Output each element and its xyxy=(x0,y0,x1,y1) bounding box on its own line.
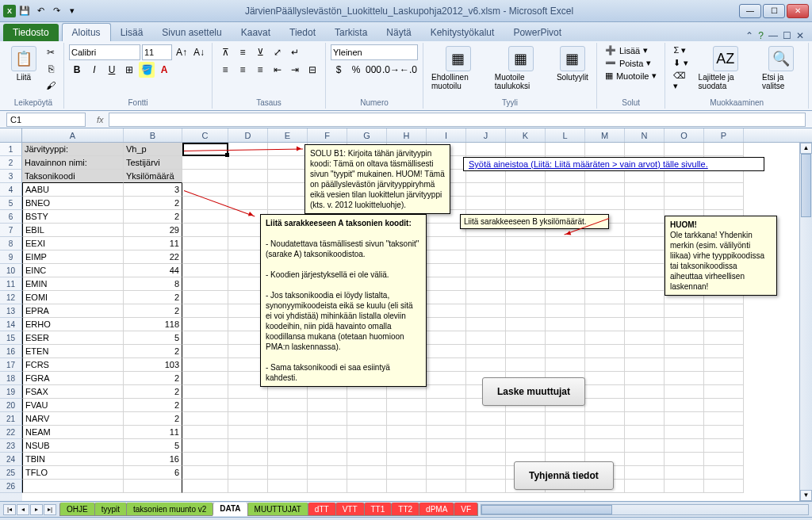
cell[interactable] xyxy=(625,399,665,412)
column-header[interactable]: A xyxy=(22,128,124,142)
cell[interactable] xyxy=(506,318,546,331)
close-button[interactable]: ✕ xyxy=(787,4,809,18)
cell[interactable] xyxy=(182,250,228,264)
cell[interactable] xyxy=(585,439,625,453)
tab-formulas[interactable]: Kaavat xyxy=(232,24,280,41)
cell[interactable]: TFLO xyxy=(22,466,124,480)
cell[interactable] xyxy=(427,426,466,439)
cell[interactable] xyxy=(506,291,546,304)
cell[interactable] xyxy=(625,277,665,291)
cell[interactable] xyxy=(427,358,466,372)
cell[interactable] xyxy=(546,143,585,156)
doc-restore-icon[interactable]: ☐ xyxy=(783,30,791,41)
row-header[interactable]: 7 xyxy=(0,224,22,237)
cell[interactable] xyxy=(625,412,665,426)
column-header[interactable]: I xyxy=(427,128,466,142)
decrease-decimal-icon[interactable]: ←.0 xyxy=(400,62,416,78)
prev-sheet-icon[interactable]: ◂ xyxy=(17,504,29,515)
row-header[interactable]: 13 xyxy=(0,304,22,318)
cell[interactable] xyxy=(466,291,506,304)
cell[interactable] xyxy=(585,197,625,210)
italic-button[interactable]: I xyxy=(86,62,102,78)
cell[interactable]: EOMI xyxy=(22,291,124,304)
cell-styles-button[interactable]: ▦ Solutyylit xyxy=(553,44,592,83)
paste-button[interactable]: 📋 Liitä xyxy=(8,44,40,83)
cell[interactable] xyxy=(466,480,506,493)
cell[interactable]: 29 xyxy=(124,224,182,237)
row-header[interactable]: 2 xyxy=(0,156,22,170)
border-icon[interactable]: ⊞ xyxy=(121,62,137,78)
row-header[interactable]: 10 xyxy=(0,264,22,277)
cell[interactable] xyxy=(427,453,466,466)
row-header[interactable]: 11 xyxy=(0,277,22,291)
cell[interactable] xyxy=(665,331,704,345)
cell[interactable] xyxy=(506,345,546,358)
row-header[interactable]: 26 xyxy=(0,480,22,493)
tab-powerpivot[interactable]: PowerPivot xyxy=(504,24,571,41)
cell[interactable] xyxy=(466,277,506,291)
cell[interactable]: FCRS xyxy=(22,358,124,372)
cell[interactable]: Yksilömäärä xyxy=(124,170,182,183)
first-sheet-icon[interactable]: |◂ xyxy=(3,504,16,515)
cell[interactable] xyxy=(546,250,585,264)
cell[interactable] xyxy=(625,210,665,224)
cell[interactable] xyxy=(228,480,268,493)
cell[interactable] xyxy=(387,466,427,480)
cell[interactable] xyxy=(546,170,585,183)
cell[interactable] xyxy=(506,170,546,183)
cell[interactable]: BNEO xyxy=(22,197,124,210)
column-header[interactable]: F xyxy=(308,128,347,142)
cell[interactable] xyxy=(268,426,308,439)
cell[interactable]: ESER xyxy=(22,331,124,345)
format-cells-button[interactable]: ▦ Muotoile ▾ xyxy=(602,70,661,82)
cell[interactable] xyxy=(665,453,704,466)
cell[interactable] xyxy=(546,197,585,210)
cell[interactable] xyxy=(506,358,546,372)
cell[interactable]: EPRA xyxy=(22,304,124,318)
cell[interactable] xyxy=(466,170,506,183)
sheet-tab[interactable]: taksonien muunto v2 xyxy=(126,503,213,516)
format-painter-icon[interactable]: 🖌 xyxy=(43,78,59,94)
tab-developer[interactable]: Kehitystyökalut xyxy=(421,24,504,41)
sheet-tab[interactable]: MUUTTUJAT xyxy=(247,503,308,516)
column-header[interactable]: L xyxy=(546,128,585,142)
font-color-icon[interactable]: A xyxy=(156,62,172,78)
cell[interactable] xyxy=(704,197,744,210)
cell[interactable]: 2 xyxy=(124,385,182,399)
orientation-icon[interactable]: ⤢ xyxy=(270,44,285,60)
align-right-icon[interactable]: ≡ xyxy=(252,62,268,78)
column-header[interactable]: C xyxy=(182,128,228,142)
cell[interactable]: FSAX xyxy=(22,385,124,399)
cell[interactable] xyxy=(625,224,665,237)
cell[interactable]: EBIL xyxy=(22,224,124,237)
decrease-font-icon[interactable]: A↓ xyxy=(191,44,207,60)
cell[interactable] xyxy=(585,426,625,439)
cell[interactable] xyxy=(585,345,625,358)
cell[interactable]: EINC xyxy=(22,264,124,277)
cell[interactable] xyxy=(625,480,665,493)
cell[interactable] xyxy=(665,304,704,318)
cell[interactable] xyxy=(427,480,466,493)
cell[interactable] xyxy=(466,237,506,250)
cell[interactable] xyxy=(704,345,744,358)
cell[interactable] xyxy=(347,399,387,412)
cell[interactable] xyxy=(665,197,704,210)
row-header[interactable]: 1 xyxy=(0,143,22,156)
cell[interactable] xyxy=(625,358,665,372)
cell[interactable] xyxy=(466,453,506,466)
cell[interactable]: 2 xyxy=(124,399,182,412)
cell[interactable]: 2 xyxy=(124,412,182,426)
row-header[interactable]: 24 xyxy=(0,453,22,466)
cell[interactable] xyxy=(625,250,665,264)
cell[interactable] xyxy=(704,439,744,453)
cell[interactable] xyxy=(228,466,268,480)
percent-icon[interactable]: % xyxy=(348,62,364,78)
cell[interactable] xyxy=(625,291,665,304)
align-bottom-icon[interactable]: ⊻ xyxy=(252,44,268,60)
cell[interactable]: BSTY xyxy=(22,210,124,224)
cell[interactable] xyxy=(704,480,744,493)
cell[interactable]: EIMP xyxy=(22,250,124,264)
cell[interactable] xyxy=(268,197,308,210)
row-header[interactable]: 21 xyxy=(0,412,22,426)
cell[interactable] xyxy=(625,331,665,345)
